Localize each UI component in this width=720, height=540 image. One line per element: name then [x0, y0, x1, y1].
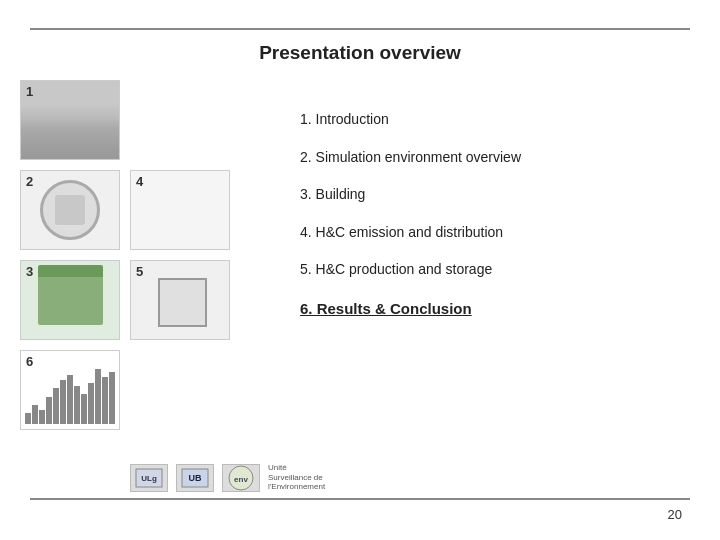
- thumb-5-diagram: [153, 273, 208, 328]
- thumb-row-2: 2 4: [20, 170, 270, 250]
- thumbnail-3: 3: [20, 260, 120, 340]
- bar-12: [102, 377, 108, 424]
- university-logo-svg: ULg: [134, 467, 164, 489]
- university-logo: ULg: [130, 464, 168, 492]
- thumb-empty-1: [130, 80, 230, 160]
- bar-3: [39, 410, 45, 424]
- thumb-row-3: 3 5: [20, 260, 270, 340]
- thumbnail-1: 1: [20, 80, 120, 160]
- circular-logo-svg: env: [227, 464, 255, 492]
- page-title: Presentation overview: [259, 42, 461, 64]
- thumb-number-4: 4: [136, 174, 143, 189]
- nav-item-3: 3. Building: [300, 185, 690, 205]
- footer-text: UnitéSurveillance del'Environnement: [268, 463, 325, 492]
- content-list: 1. Introduction 2. Simulation environmen…: [300, 110, 690, 337]
- nav-item-4: 4. H&C emission and distribution: [300, 223, 690, 243]
- ub-logo: UB: [176, 464, 214, 492]
- thumb-empty-6: [130, 350, 230, 430]
- thumbnail-5: 5: [130, 260, 230, 340]
- thumb-2-diagram: [40, 180, 100, 240]
- bar-5: [53, 388, 59, 424]
- bar-10: [88, 383, 94, 424]
- thumb-6-chart: [25, 369, 115, 424]
- thumb-number-5: 5: [136, 264, 143, 279]
- ub-logo-svg: UB: [180, 467, 210, 489]
- bar-11: [95, 369, 101, 424]
- nav-item-5: 5. H&C production and storage: [300, 260, 690, 280]
- bar-13: [109, 372, 115, 424]
- thumb-row-1: 1: [20, 80, 270, 160]
- nav-item-2: 2. Simulation environment overview: [300, 148, 690, 168]
- page-number: 20: [668, 507, 682, 522]
- thumbnail-2: 2: [20, 170, 120, 250]
- bar-1: [25, 413, 31, 424]
- thumbnail-grid: 1 2 4 3 5: [20, 80, 270, 440]
- nav-item-1: 1. Introduction: [300, 110, 690, 130]
- bar-7: [67, 375, 73, 425]
- nav-item-6: 6. Results & Conclusion: [300, 298, 690, 319]
- thumb-3-building: [38, 275, 103, 325]
- bar-4: [46, 397, 52, 425]
- svg-text:UB: UB: [189, 473, 202, 483]
- circular-logo: env: [222, 464, 260, 492]
- thumb-number-3: 3: [26, 264, 33, 279]
- thumb-row-4: 6: [20, 350, 270, 430]
- thumbnail-4: 4: [130, 170, 230, 250]
- thumb-number-2: 2: [26, 174, 33, 189]
- thumb-number-6: 6: [26, 354, 33, 369]
- thumb-2-inner: [55, 195, 85, 225]
- top-divider: [30, 28, 690, 30]
- thumb-number-1: 1: [26, 84, 33, 99]
- thumbnail-6: 6: [20, 350, 120, 430]
- bar-2: [32, 405, 38, 424]
- footer-logos: ULg UB env UnitéSurveillance del'Environ…: [130, 463, 325, 492]
- bar-9: [81, 394, 87, 424]
- bottom-divider: [30, 498, 690, 500]
- svg-text:ULg: ULg: [141, 474, 157, 483]
- svg-text:env: env: [234, 475, 248, 484]
- thumb-4-diagram: [174, 186, 186, 234]
- bar-8: [74, 386, 80, 425]
- bar-6: [60, 380, 66, 424]
